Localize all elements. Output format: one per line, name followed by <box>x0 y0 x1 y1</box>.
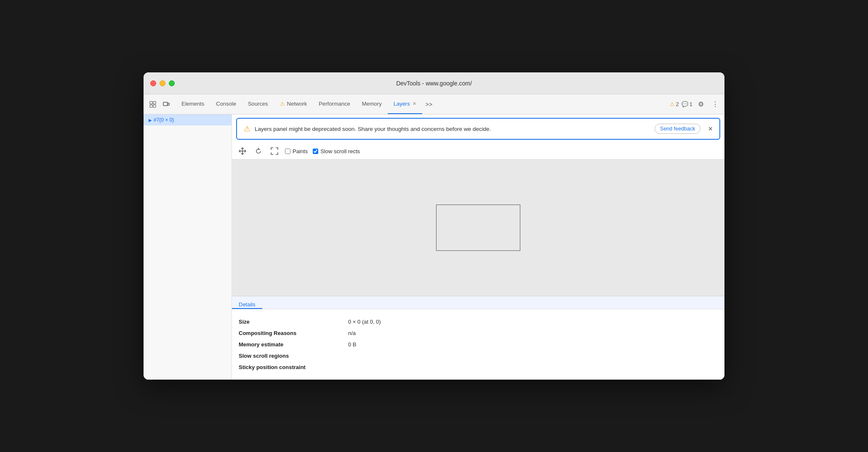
details-table: Size 0 × 0 (at 0, 0) Compositing Reasons… <box>232 309 724 380</box>
banner-close-icon[interactable]: × <box>708 125 713 133</box>
layers-toolbar: Paints Slow scroll rects <box>232 143 724 160</box>
svg-rect-0 <box>150 101 152 104</box>
svg-rect-1 <box>153 101 156 104</box>
device-toggle-icon[interactable] <box>160 98 172 110</box>
warning-badge[interactable]: ⚠ 2 <box>670 101 679 107</box>
details-row-compositing: Compositing Reasons n/a <box>239 327 718 339</box>
details-row-slow-scroll: Slow scroll regions <box>239 350 718 362</box>
titlebar: DevTools - www.google.com/ <box>144 72 724 94</box>
svg-rect-5 <box>168 103 169 105</box>
window-title: DevTools - www.google.com/ <box>396 80 472 87</box>
arrow-icon: ▶ <box>149 118 152 122</box>
warning-icon: ⚠ <box>670 101 675 107</box>
tabs-area: Elements Console Sources ⚠ Network Perfo… <box>176 94 670 114</box>
tab-elements[interactable]: Elements <box>176 94 210 114</box>
tab-console[interactable]: Console <box>210 94 242 114</box>
maximize-button[interactable] <box>169 80 175 86</box>
send-feedback-button[interactable]: Send feedback <box>655 124 700 134</box>
svg-rect-3 <box>153 105 156 107</box>
tab-network[interactable]: ⚠ Network <box>274 94 313 114</box>
details-row-size: Size 0 × 0 (at 0, 0) <box>239 316 718 327</box>
minimize-button[interactable] <box>160 80 165 86</box>
network-warning-icon: ⚠ <box>280 101 285 107</box>
more-options-icon[interactable]: ⋮ <box>709 98 721 110</box>
info-badge[interactable]: 💬 1 <box>682 101 692 107</box>
details-header: Details <box>232 296 262 309</box>
settings-gear-icon[interactable]: ⚙ <box>695 98 707 110</box>
toolbar-icons <box>147 98 172 110</box>
info-icon: 💬 <box>682 101 688 107</box>
svg-rect-2 <box>150 105 152 107</box>
devtools-toolbar: Elements Console Sources ⚠ Network Perfo… <box>144 94 724 114</box>
toolbar-right: ⚠ 2 💬 1 ⚙ ⋮ <box>670 98 721 110</box>
traffic-lights <box>150 80 175 86</box>
tab-overflow-btn[interactable]: >> <box>422 101 436 108</box>
slow-scroll-checkbox[interactable] <box>313 149 318 154</box>
slow-scroll-checkbox-label[interactable]: Slow scroll rects <box>313 148 360 154</box>
deprecation-banner: ⚠ Layers panel might be deprecated soon.… <box>236 118 720 140</box>
paints-checkbox[interactable] <box>285 149 290 154</box>
details-row-sticky: Sticky position constraint <box>239 362 718 373</box>
layers-sidebar: ▶ #7(0 × 0) <box>144 114 232 380</box>
inspect-element-icon[interactable] <box>147 98 159 110</box>
close-button[interactable] <box>150 80 156 86</box>
details-row-memory: Memory estimate 0 B <box>239 339 718 350</box>
banner-warning-icon: ⚠ <box>244 124 250 133</box>
sidebar-item[interactable]: ▶ #7(0 × 0) <box>144 114 232 125</box>
rotate-tool-icon[interactable] <box>253 146 264 157</box>
banner-message: Layers panel might be deprecated soon. S… <box>255 126 650 132</box>
tab-sources[interactable]: Sources <box>242 94 274 114</box>
tab-performance[interactable]: Performance <box>313 94 356 114</box>
devtools-window: DevTools - www.google.com/ El <box>144 72 724 380</box>
tab-memory[interactable]: Memory <box>356 94 388 114</box>
layers-canvas <box>232 160 724 296</box>
fit-tool-icon[interactable] <box>269 146 280 157</box>
details-section: Details Size 0 × 0 (at 0, 0) Compositing… <box>232 296 724 380</box>
layers-content: ⚠ Layers panel might be deprecated soon.… <box>232 114 724 380</box>
tab-layers-close[interactable]: ✕ <box>413 101 416 106</box>
layer-rectangle <box>436 205 520 251</box>
move-tool-icon[interactable] <box>237 146 248 157</box>
main-area: ▶ #7(0 × 0) ⚠ Layers panel might be depr… <box>144 114 724 380</box>
tab-layers[interactable]: Layers ✕ <box>388 94 422 114</box>
paints-checkbox-label[interactable]: Paints <box>285 148 308 154</box>
svg-rect-4 <box>163 102 168 106</box>
